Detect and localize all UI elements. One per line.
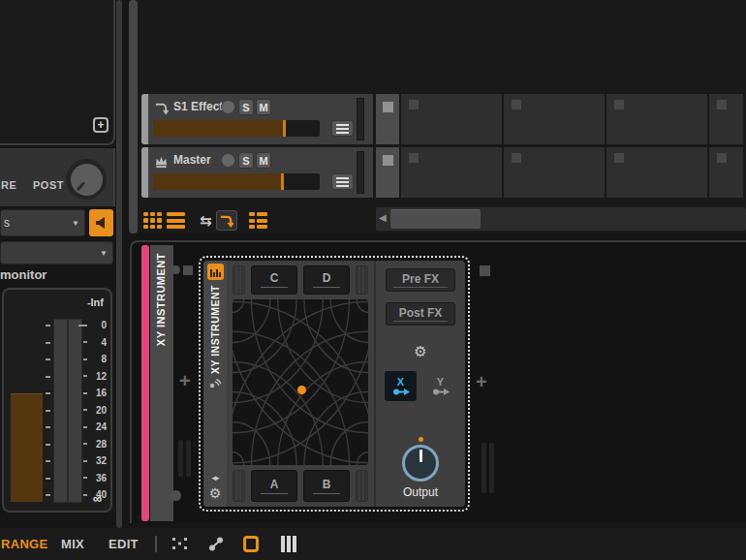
solo-button[interactable]: S bbox=[238, 99, 254, 115]
clip-slot[interactable] bbox=[504, 147, 605, 198]
xy-instrument-device[interactable]: XY INSTRUMENT ◂▸ ⚙ C bbox=[199, 256, 470, 512]
record-arm-button[interactable] bbox=[221, 100, 235, 114]
scale-label: 24 bbox=[91, 421, 107, 432]
monitor-select[interactable]: ▼ bbox=[0, 241, 113, 264]
post-label: POST bbox=[33, 179, 64, 191]
tab-edit[interactable]: EDIT bbox=[109, 537, 139, 551]
mute-button[interactable]: M bbox=[256, 99, 271, 115]
button-label: Post FX bbox=[399, 307, 443, 319]
output-knob[interactable] bbox=[402, 445, 439, 482]
snapshot-button-a[interactable]: A bbox=[251, 470, 297, 502]
track-color-strip bbox=[141, 147, 148, 198]
track-vu-meter bbox=[357, 151, 364, 194]
volume-fader[interactable] bbox=[153, 120, 320, 137]
clip-slot[interactable] bbox=[709, 147, 743, 198]
scale-label: 0 bbox=[91, 320, 107, 330]
pre-label: RE bbox=[1, 179, 16, 191]
instrument-icon[interactable] bbox=[207, 264, 224, 280]
snapshot-button-b[interactable]: B bbox=[303, 470, 350, 502]
snapshot-button-c[interactable]: C bbox=[251, 265, 297, 295]
note-link-icon[interactable] bbox=[208, 536, 224, 552]
add-device-button[interactable]: + bbox=[476, 371, 487, 393]
horizontal-scrollbar[interactable]: ◀ bbox=[376, 207, 746, 231]
track-menu-button[interactable] bbox=[331, 120, 354, 137]
speaker-toggle-button[interactable] bbox=[89, 209, 113, 236]
swap-arrows-icon[interactable]: ⇆ bbox=[200, 212, 212, 229]
mod-source-y[interactable]: Y bbox=[424, 371, 456, 401]
clip-slot[interactable] bbox=[401, 94, 502, 144]
clip-slot[interactable] bbox=[709, 94, 743, 144]
clip-slots bbox=[376, 94, 743, 144]
mod-source-label: Y bbox=[437, 376, 444, 388]
scale-label: 8 bbox=[91, 354, 107, 364]
audio-output-select[interactable]: s ▼ bbox=[0, 209, 85, 236]
clip-slot[interactable] bbox=[606, 94, 707, 144]
scrollbar-thumb[interactable] bbox=[390, 209, 481, 229]
gear-icon[interactable]: ⚙ bbox=[414, 343, 426, 360]
device-panel-toggle-icon[interactable] bbox=[243, 536, 259, 552]
scroll-left-icon[interactable]: ◀ bbox=[379, 212, 387, 223]
track-header[interactable]: S1 Effect S M bbox=[141, 94, 373, 144]
xy-pad-pattern bbox=[233, 299, 368, 465]
add-button[interactable]: + bbox=[93, 117, 109, 133]
scale-label: 32 bbox=[91, 455, 107, 466]
browser-list-panel: + bbox=[0, 0, 115, 145]
stop-clip-button[interactable] bbox=[376, 94, 399, 144]
sound-source-icon bbox=[209, 378, 222, 389]
drag-grip[interactable] bbox=[233, 470, 245, 502]
device-panel-track-tab[interactable]: XY INSTRUMENT bbox=[150, 245, 173, 521]
mixer-panel-toggle-icon[interactable] bbox=[281, 536, 296, 552]
drag-grip[interactable] bbox=[356, 265, 368, 295]
button-label: D bbox=[323, 272, 331, 285]
chain-input-node bbox=[171, 265, 180, 274]
clip-slots bbox=[376, 147, 743, 198]
clip-slot[interactable] bbox=[401, 147, 502, 198]
drag-grip[interactable] bbox=[233, 265, 245, 295]
mixer-splitter[interactable] bbox=[129, 0, 138, 233]
clip-slot[interactable] bbox=[606, 147, 707, 198]
mixer-view-toolbar: ⇆ bbox=[143, 210, 268, 231]
xy-pad[interactable] bbox=[233, 299, 368, 465]
crown-icon bbox=[154, 154, 169, 169]
record-arm-button[interactable] bbox=[221, 153, 235, 168]
rows-view-icon[interactable] bbox=[167, 212, 185, 229]
solo-button[interactable]: S bbox=[238, 152, 254, 169]
add-device-button[interactable]: + bbox=[179, 370, 191, 392]
pre-fx-button[interactable]: Pre FX bbox=[386, 268, 455, 292]
snapshot-button-d[interactable]: D bbox=[303, 265, 350, 295]
returns-toggle-button[interactable] bbox=[216, 210, 237, 231]
audio-output-value: s bbox=[1, 216, 10, 230]
clip-slot[interactable] bbox=[504, 94, 605, 144]
device-titlebar[interactable]: XY INSTRUMENT ◂▸ ⚙ bbox=[203, 261, 227, 507]
tab-mix[interactable]: MIX bbox=[61, 537, 84, 551]
button-label: Pre FX bbox=[402, 273, 439, 285]
gear-icon[interactable]: ⚙ bbox=[209, 485, 222, 501]
mod-arrow-icon bbox=[392, 388, 410, 396]
track-header[interactable]: Master S M bbox=[141, 147, 373, 198]
grid-view-icon[interactable] bbox=[143, 212, 162, 229]
cue-level-knob[interactable] bbox=[66, 159, 107, 200]
panel-splitter[interactable] bbox=[116, 0, 122, 528]
track-row-s1-effect: S1 Effect S M bbox=[141, 94, 746, 144]
post-fx-button[interactable]: Post FX bbox=[386, 302, 455, 326]
mod-source-x[interactable]: X bbox=[385, 371, 417, 401]
track-list-icon[interactable] bbox=[249, 212, 268, 229]
bottom-toolbar: RANGE MIX EDIT bbox=[0, 528, 746, 560]
track-menu-button[interactable] bbox=[331, 173, 354, 190]
track-name: S1 Effect bbox=[173, 100, 223, 113]
volume-fader[interactable] bbox=[153, 173, 320, 190]
mute-button[interactable]: M bbox=[256, 152, 271, 169]
knob-value-dot bbox=[419, 437, 423, 442]
stop-clip-button[interactable] bbox=[376, 147, 399, 198]
bitwig-studio-window: + RE POST s ▼ ▼ monitor -Inf 0 4 8 12 16… bbox=[0, 0, 746, 560]
drag-grip[interactable] bbox=[356, 470, 368, 502]
tab-arrange[interactable]: RANGE bbox=[1, 537, 47, 551]
scale-label: 20 bbox=[91, 405, 107, 416]
automation-dots-icon[interactable] bbox=[171, 536, 188, 552]
meter-scale: 0 4 8 12 16 20 24 28 32 36 40 bbox=[78, 320, 107, 500]
expand-collapse-icon[interactable]: ◂▸ bbox=[211, 473, 218, 482]
scale-label: 12 bbox=[91, 371, 107, 382]
clip-launcher-mixer: S1 Effect S M bbox=[138, 0, 746, 233]
scale-label: 36 bbox=[91, 473, 107, 483]
volume-fader-bar[interactable] bbox=[11, 393, 43, 502]
